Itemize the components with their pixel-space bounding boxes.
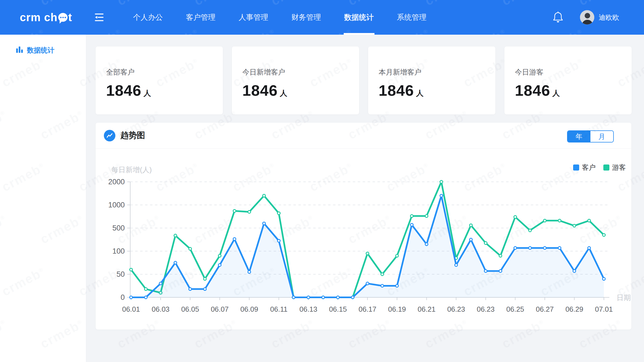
stat-card: 今日新增客户1846人 <box>232 46 359 114</box>
stat-card-value: 1846人 <box>379 81 495 99</box>
main-content: 全部客户1846人今日新增客户1846人本月新增客户1846人今日游客1846人… <box>86 35 644 362</box>
bar-chart-icon <box>16 46 23 55</box>
trend-line-icon <box>104 130 115 141</box>
logo-text-right: t <box>68 11 72 24</box>
toggle-option-年[interactable]: 年 <box>568 131 590 142</box>
toggle-option-月[interactable]: 月 <box>590 131 613 142</box>
stat-card-label: 今日游客 <box>515 67 632 77</box>
menu-toggle-icon[interactable] <box>94 12 105 23</box>
sidebar: 数据统计 <box>0 35 86 362</box>
app-header: crmeb®crmeb®crmeb®crmeb®crmeb®crmeb®crme… <box>0 0 644 35</box>
stat-card-value: 1846人 <box>515 81 632 99</box>
chat-bubble-icon <box>58 13 68 22</box>
app-logo[interactable]: crm cht <box>20 11 72 24</box>
bell-icon[interactable] <box>552 11 564 23</box>
user-menu[interactable]: 迪欧欧 <box>580 10 619 24</box>
stat-card-label: 本月新增客户 <box>379 67 495 77</box>
nav-item-数据统计[interactable]: 数据统计 <box>333 0 385 35</box>
nav-item-人事管理[interactable]: 人事管理 <box>227 0 280 35</box>
trend-panel: 趋势图 年月 <box>96 123 631 330</box>
nav-item-客户管理[interactable]: 客户管理 <box>174 0 227 35</box>
nav-item-财务管理[interactable]: 财务管理 <box>280 0 333 35</box>
avatar <box>580 10 594 24</box>
sidebar-item-data-stats[interactable]: 数据统计 <box>0 35 86 55</box>
stat-card: 本月新增客户1846人 <box>368 46 495 114</box>
stat-card-label: 今日新增客户 <box>242 67 359 77</box>
user-name: 迪欧欧 <box>599 13 619 22</box>
stat-card-label: 全部客户 <box>106 67 223 77</box>
sidebar-item-label: 数据统计 <box>27 46 54 55</box>
stat-card: 全部客户1846人 <box>96 46 223 114</box>
stat-cards: 全部客户1846人今日新增客户1846人本月新增客户1846人今日游客1846人 <box>96 46 632 114</box>
logo-text-left: crm ch <box>20 11 57 24</box>
stat-card-value: 1846人 <box>242 81 359 99</box>
period-toggle: 年月 <box>567 130 614 142</box>
trend-panel-header: 趋势图 年月 <box>96 123 631 149</box>
panel-title: 趋势图 <box>120 130 145 141</box>
stat-card: 今日游客1846人 <box>504 46 632 114</box>
main-nav: 个人办公客户管理人事管理财务管理数据统计系统管理 <box>122 0 438 35</box>
nav-item-个人办公[interactable]: 个人办公 <box>122 0 174 35</box>
nav-item-系统管理[interactable]: 系统管理 <box>385 0 438 35</box>
stat-card-value: 1846人 <box>106 81 223 99</box>
